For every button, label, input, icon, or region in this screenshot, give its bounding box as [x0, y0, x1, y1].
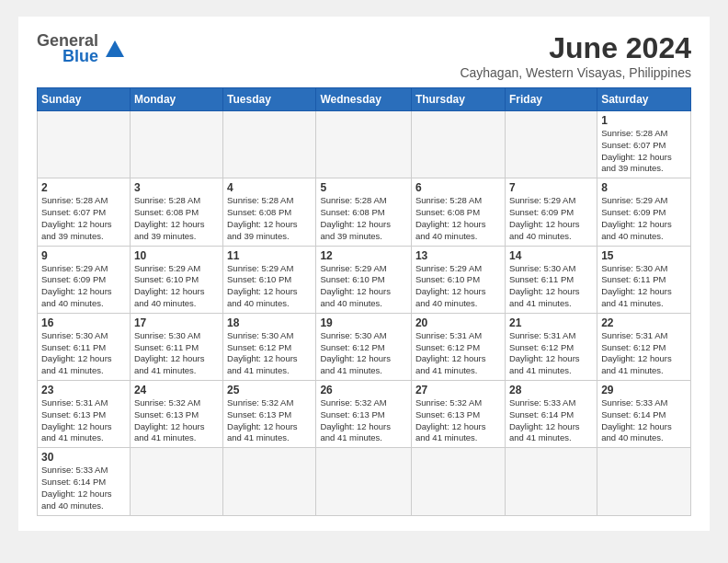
day-info: Sunrise: 5:29 AM Sunset: 6:10 PM Dayligh…	[415, 263, 501, 310]
day-info: Sunrise: 5:31 AM Sunset: 6:12 PM Dayligh…	[415, 330, 501, 377]
day-info: Sunrise: 5:30 AM Sunset: 6:11 PM Dayligh…	[601, 263, 687, 310]
calendar-week-1: 1Sunrise: 5:28 AM Sunset: 6:07 PM Daylig…	[38, 111, 691, 178]
table-row: 5Sunrise: 5:28 AM Sunset: 6:08 PM Daylig…	[316, 178, 411, 246]
day-info: Sunrise: 5:32 AM Sunset: 6:13 PM Dayligh…	[415, 397, 501, 444]
logo-blue: Blue	[63, 47, 98, 66]
logo-triangle-icon	[105, 39, 125, 59]
col-thursday: Thursday	[411, 88, 505, 111]
day-number: 11	[227, 249, 312, 262]
table-row: 18Sunrise: 5:30 AM Sunset: 6:12 PM Dayli…	[223, 313, 316, 380]
table-row: 19Sunrise: 5:30 AM Sunset: 6:12 PM Dayli…	[316, 313, 411, 380]
day-number: 6	[415, 181, 501, 194]
table-row: 17Sunrise: 5:30 AM Sunset: 6:11 PM Dayli…	[130, 313, 222, 380]
day-number: 12	[320, 249, 406, 262]
day-number: 17	[134, 316, 219, 329]
day-number: 10	[134, 249, 219, 262]
table-row: 10Sunrise: 5:29 AM Sunset: 6:10 PM Dayli…	[130, 246, 222, 313]
table-row	[223, 111, 316, 178]
day-number: 18	[227, 316, 312, 329]
table-row: 23Sunrise: 5:31 AM Sunset: 6:13 PM Dayli…	[38, 381, 131, 448]
calendar-week-2: 2Sunrise: 5:28 AM Sunset: 6:07 PM Daylig…	[38, 178, 691, 246]
page: General Blue June 2024 Cayhagan, Western…	[18, 17, 710, 531]
day-info: Sunrise: 5:33 AM Sunset: 6:14 PM Dayligh…	[509, 397, 593, 444]
day-info: Sunrise: 5:33 AM Sunset: 6:14 PM Dayligh…	[41, 465, 126, 511]
day-number: 25	[227, 384, 312, 396]
day-number: 26	[320, 384, 406, 396]
calendar-week-6: 30Sunrise: 5:33 AM Sunset: 6:14 PM Dayli…	[38, 448, 691, 515]
day-info: Sunrise: 5:28 AM Sunset: 6:08 PM Dayligh…	[227, 195, 312, 242]
day-number: 4	[227, 181, 312, 194]
day-info: Sunrise: 5:30 AM Sunset: 6:12 PM Dayligh…	[227, 330, 312, 377]
col-wednesday: Wednesday	[316, 88, 411, 111]
day-info: Sunrise: 5:28 AM Sunset: 6:08 PM Dayligh…	[415, 195, 501, 242]
table-row	[38, 111, 131, 178]
day-info: Sunrise: 5:29 AM Sunset: 6:10 PM Dayligh…	[134, 263, 219, 310]
day-info: Sunrise: 5:31 AM Sunset: 6:12 PM Dayligh…	[601, 330, 687, 377]
table-row: 2Sunrise: 5:28 AM Sunset: 6:07 PM Daylig…	[38, 178, 131, 246]
day-number: 13	[415, 249, 501, 262]
table-row: 30Sunrise: 5:33 AM Sunset: 6:14 PM Dayli…	[38, 448, 131, 515]
table-row: 25Sunrise: 5:32 AM Sunset: 6:13 PM Dayli…	[223, 381, 316, 448]
day-info: Sunrise: 5:29 AM Sunset: 6:10 PM Dayligh…	[227, 263, 312, 310]
day-info: Sunrise: 5:30 AM Sunset: 6:11 PM Dayligh…	[509, 263, 593, 310]
table-row: 21Sunrise: 5:31 AM Sunset: 6:12 PM Dayli…	[505, 313, 597, 380]
day-number: 29	[601, 384, 687, 396]
table-row: 4Sunrise: 5:28 AM Sunset: 6:08 PM Daylig…	[223, 178, 316, 246]
day-number: 8	[601, 181, 687, 194]
day-info: Sunrise: 5:30 AM Sunset: 6:11 PM Dayligh…	[41, 330, 126, 377]
table-row	[505, 448, 597, 515]
day-number: 23	[41, 384, 126, 396]
calendar-week-3: 9Sunrise: 5:29 AM Sunset: 6:09 PM Daylig…	[38, 246, 691, 313]
table-row	[505, 111, 597, 178]
day-number: 2	[41, 181, 126, 194]
table-row	[223, 448, 316, 515]
table-row: 24Sunrise: 5:32 AM Sunset: 6:13 PM Dayli…	[130, 381, 222, 448]
day-number: 21	[509, 316, 593, 329]
calendar: Sunday Monday Tuesday Wednesday Thursday…	[37, 87, 691, 516]
day-number: 19	[320, 316, 406, 329]
day-info: Sunrise: 5:29 AM Sunset: 6:09 PM Dayligh…	[509, 195, 593, 242]
day-info: Sunrise: 5:31 AM Sunset: 6:13 PM Dayligh…	[41, 397, 126, 444]
day-number: 1	[601, 114, 687, 127]
day-number: 28	[509, 384, 593, 396]
col-tuesday: Tuesday	[223, 88, 316, 111]
table-row: 29Sunrise: 5:33 AM Sunset: 6:14 PM Dayli…	[597, 381, 691, 448]
day-number: 5	[320, 181, 406, 194]
day-info: Sunrise: 5:31 AM Sunset: 6:12 PM Dayligh…	[509, 330, 593, 377]
day-number: 20	[415, 316, 501, 329]
day-number: 24	[134, 384, 219, 396]
table-row: 16Sunrise: 5:30 AM Sunset: 6:11 PM Dayli…	[38, 313, 131, 380]
day-info: Sunrise: 5:33 AM Sunset: 6:14 PM Dayligh…	[601, 397, 687, 444]
day-info: Sunrise: 5:32 AM Sunset: 6:13 PM Dayligh…	[227, 397, 312, 444]
col-friday: Friday	[505, 88, 597, 111]
table-row: 13Sunrise: 5:29 AM Sunset: 6:10 PM Dayli…	[411, 246, 505, 313]
col-sunday: Sunday	[38, 88, 131, 111]
col-monday: Monday	[130, 88, 222, 111]
day-number: 22	[601, 316, 687, 329]
table-row: 15Sunrise: 5:30 AM Sunset: 6:11 PM Dayli…	[597, 246, 691, 313]
table-row: 22Sunrise: 5:31 AM Sunset: 6:12 PM Dayli…	[597, 313, 691, 380]
title-block: June 2024 Cayhagan, Western Visayas, Phi…	[460, 31, 691, 80]
day-number: 14	[509, 249, 593, 262]
table-row: 1Sunrise: 5:28 AM Sunset: 6:07 PM Daylig…	[597, 111, 691, 178]
day-number: 30	[41, 451, 126, 464]
day-number: 16	[41, 316, 126, 329]
location: Cayhagan, Western Visayas, Philippines	[460, 65, 691, 80]
table-row: 14Sunrise: 5:30 AM Sunset: 6:11 PM Dayli…	[505, 246, 597, 313]
calendar-week-5: 23Sunrise: 5:31 AM Sunset: 6:13 PM Dayli…	[38, 381, 691, 448]
day-number: 27	[415, 384, 501, 396]
svg-marker-0	[106, 40, 124, 57]
logo: General Blue	[37, 31, 125, 66]
day-info: Sunrise: 5:29 AM Sunset: 6:09 PM Dayligh…	[601, 195, 687, 242]
table-row: 28Sunrise: 5:33 AM Sunset: 6:14 PM Dayli…	[505, 381, 597, 448]
table-row: 3Sunrise: 5:28 AM Sunset: 6:08 PM Daylig…	[130, 178, 222, 246]
table-row	[316, 448, 411, 515]
table-row: 12Sunrise: 5:29 AM Sunset: 6:10 PM Dayli…	[316, 246, 411, 313]
day-info: Sunrise: 5:32 AM Sunset: 6:13 PM Dayligh…	[320, 397, 406, 444]
day-info: Sunrise: 5:30 AM Sunset: 6:12 PM Dayligh…	[320, 330, 406, 377]
table-row: 9Sunrise: 5:29 AM Sunset: 6:09 PM Daylig…	[38, 246, 131, 313]
day-info: Sunrise: 5:28 AM Sunset: 6:08 PM Dayligh…	[134, 195, 219, 242]
table-row	[411, 111, 505, 178]
day-number: 15	[601, 249, 687, 262]
table-row	[130, 111, 222, 178]
